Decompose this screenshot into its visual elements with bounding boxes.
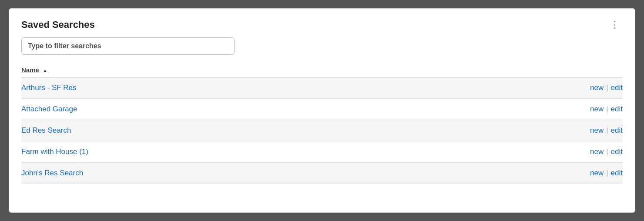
edit-search-link[interactable]: edit bbox=[611, 84, 623, 92]
search-actions-cell: new|edit bbox=[426, 99, 623, 120]
table-row: Farm with House (1)new|edit bbox=[21, 141, 623, 163]
search-actions-cell: new|edit bbox=[426, 163, 623, 184]
edit-search-link[interactable]: edit bbox=[611, 169, 623, 177]
actions-column-header bbox=[426, 64, 623, 77]
table-row: Attached Garagenew|edit bbox=[21, 99, 623, 120]
search-actions-cell: new|edit bbox=[426, 141, 623, 163]
search-name-cell: Attached Garage bbox=[21, 99, 426, 120]
new-search-link[interactable]: new bbox=[590, 169, 604, 177]
filter-searches-input[interactable] bbox=[21, 37, 235, 55]
search-actions-cell: new|edit bbox=[426, 77, 623, 99]
new-search-link[interactable]: new bbox=[590, 84, 604, 92]
search-name-link[interactable]: John's Res Search bbox=[21, 169, 83, 177]
name-sort-label[interactable]: Name bbox=[21, 66, 39, 74]
action-separator: | bbox=[606, 126, 608, 134]
panel-title: Saved Searches bbox=[21, 19, 95, 30]
new-search-link[interactable]: new bbox=[590, 126, 604, 134]
edit-search-link[interactable]: edit bbox=[611, 147, 623, 156]
search-name-cell: Farm with House (1) bbox=[21, 141, 426, 163]
search-name-link[interactable]: Attached Garage bbox=[21, 105, 77, 113]
table-row: John's Res Searchnew|edit bbox=[21, 163, 623, 184]
new-search-link[interactable]: new bbox=[590, 105, 604, 113]
action-separator: | bbox=[606, 147, 608, 156]
edit-search-link[interactable]: edit bbox=[611, 105, 623, 113]
search-name-cell: Ed Res Search bbox=[21, 120, 426, 141]
search-name-link[interactable]: Ed Res Search bbox=[21, 126, 71, 134]
action-separator: | bbox=[606, 169, 608, 177]
name-column-header[interactable]: Name ▲ bbox=[21, 64, 426, 77]
action-separator: | bbox=[606, 84, 608, 92]
table-row: Ed Res Searchnew|edit bbox=[21, 120, 623, 141]
search-name-link[interactable]: Farm with House (1) bbox=[21, 147, 88, 156]
search-name-cell: Arthurs - SF Res bbox=[21, 77, 426, 99]
saved-searches-panel: Saved Searches ⋮ Name ▲ Arthurs - SF Res… bbox=[9, 8, 635, 213]
new-search-link[interactable]: new bbox=[590, 147, 604, 156]
searches-table: Name ▲ Arthurs - SF Resnew|editAttached … bbox=[21, 64, 623, 184]
sort-arrow-icon: ▲ bbox=[43, 68, 47, 73]
more-options-icon[interactable]: ⋮ bbox=[607, 19, 623, 30]
search-actions-cell: new|edit bbox=[426, 120, 623, 141]
panel-header: Saved Searches ⋮ bbox=[21, 19, 623, 30]
edit-search-link[interactable]: edit bbox=[611, 126, 623, 134]
search-name-cell: John's Res Search bbox=[21, 163, 426, 184]
table-row: Arthurs - SF Resnew|edit bbox=[21, 77, 623, 99]
action-separator: | bbox=[606, 105, 608, 113]
search-name-link[interactable]: Arthurs - SF Res bbox=[21, 84, 77, 92]
